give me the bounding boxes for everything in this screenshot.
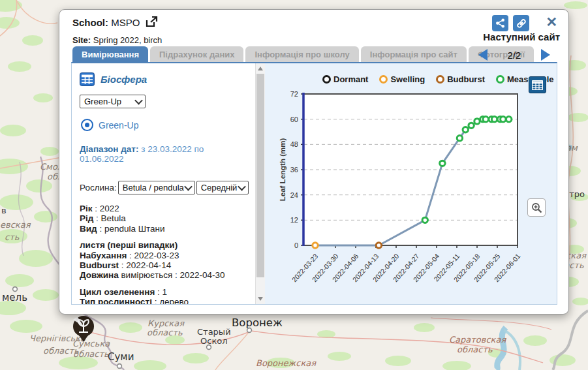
map-label: Сумська xyxy=(72,339,110,348)
map-label: область xyxy=(457,345,493,354)
data-point xyxy=(463,127,468,132)
data-point xyxy=(506,116,512,121)
next-site-link[interactable]: Наступний сайт xyxy=(483,31,560,42)
city-dot xyxy=(117,364,122,369)
open-school-icon[interactable] xyxy=(145,16,158,28)
chart-panel: DormantSwellingBudburstMeasurable 012243… xyxy=(266,63,557,304)
measurement-info: Рік : 2022Рід : BetulaВид : pendula Штан… xyxy=(80,204,249,304)
data-point xyxy=(483,116,488,121)
table-icon xyxy=(532,80,543,90)
chevron-down-icon xyxy=(134,97,143,105)
svg-text:0: 0 xyxy=(294,241,298,249)
info-line: Набухання : 2022-03-23 xyxy=(80,251,249,260)
svg-text:24: 24 xyxy=(290,191,298,199)
data-point xyxy=(313,243,318,248)
close-icon[interactable]: ✕ xyxy=(546,15,557,29)
prev-site-arrow-icon[interactable] xyxy=(478,49,487,61)
data-point xyxy=(474,119,480,124)
data-point xyxy=(376,243,381,248)
link-button[interactable] xyxy=(513,15,529,31)
tab-data-count[interactable]: Підрахунок даних xyxy=(150,46,243,62)
svg-text:Leaf Length (mm): Leaf Length (mm) xyxy=(279,138,286,202)
greenup-radio[interactable] xyxy=(81,119,93,131)
data-point xyxy=(469,123,474,128)
swelling-marker-icon xyxy=(379,75,388,84)
pager-count: 2/2 xyxy=(508,50,521,61)
school-name: MSPO xyxy=(111,17,140,28)
scroll-up-icon[interactable] xyxy=(256,63,265,74)
school-header: School: MSPO xyxy=(72,16,158,28)
site-header: Site: Spring 2022, birch xyxy=(72,35,162,45)
globe-map-app: СмолоблвевскаястьмельЧернігівськаобласть… xyxy=(0,0,588,370)
tab-content: Біосфера Green-Up Green-Up Діапазон дат:… xyxy=(71,62,557,305)
tab-school-info[interactable]: Інформація про школу xyxy=(245,46,358,62)
share-button[interactable] xyxy=(492,15,508,31)
budburst-marker-icon xyxy=(436,75,444,84)
data-table-button[interactable] xyxy=(529,76,546,93)
school-label: School: xyxy=(72,17,108,28)
measurement-panel: Біосфера Green-Up Green-Up Діапазон дат:… xyxy=(72,63,255,304)
map-label: сть xyxy=(5,232,20,242)
map-label: Старый xyxy=(197,327,231,337)
avg-select[interactable]: Середній xyxy=(196,181,249,194)
data-point xyxy=(501,116,506,121)
tab-site-info[interactable]: Інформація про сайт xyxy=(361,46,467,62)
measurable-marker-icon xyxy=(496,75,504,84)
scroll-down-icon[interactable] xyxy=(256,294,265,304)
info-line: Тип рослинності : дерево xyxy=(80,297,249,304)
dormant-marker-icon xyxy=(322,75,331,84)
data-point xyxy=(457,135,462,140)
svg-text:12: 12 xyxy=(290,216,298,224)
scrollbar-thumb[interactable] xyxy=(256,74,264,277)
data-point xyxy=(491,116,497,121)
data-point xyxy=(422,217,427,223)
map-label: Суми xyxy=(108,351,134,363)
info-line: Рід : Betula xyxy=(80,213,249,223)
site-label: Site: xyxy=(72,35,91,45)
svg-text:48: 48 xyxy=(290,140,298,148)
map-label: Курская xyxy=(147,318,185,328)
site-popup: School: MSPO Site: Spring 2022, birch xyxy=(59,9,569,315)
svg-text:36: 36 xyxy=(290,166,298,174)
chart-zoom-button[interactable] xyxy=(527,198,546,217)
magnifier-plus-icon xyxy=(531,202,542,213)
info-line: Рік : 2022 xyxy=(80,204,249,213)
city-dot xyxy=(13,287,18,292)
site-pager: 2/2 xyxy=(478,46,550,63)
date-range: Діапазон дат: з 23.03.2022 по 01.06.2022 xyxy=(80,144,249,164)
map-label: Саратовская xyxy=(449,335,506,345)
tab-strip: ВимірюванняПідрахунок данихІнформація пр… xyxy=(72,46,534,62)
map-label: Оскол xyxy=(200,336,228,346)
table-icon xyxy=(80,72,95,86)
leaf-length-chart: 01224364860722022-03-232022-03-302022-04… xyxy=(266,63,557,303)
map-label: евская xyxy=(0,220,31,230)
info-line: листя (перші випадки) xyxy=(80,240,249,250)
info-line: Вид : pendula Штани xyxy=(80,224,249,234)
panel-title: Біосфера xyxy=(101,74,147,85)
info-line: Budburst : 2022-04-14 xyxy=(80,260,249,270)
map-label: область xyxy=(147,328,183,337)
chart-legend: DormantSwellingBudburstMeasurable xyxy=(322,74,554,84)
map-label: мель xyxy=(2,292,27,303)
chevron-down-icon xyxy=(238,183,246,191)
info-line: Довжина вимірюється : 2022-04-30 xyxy=(80,270,249,280)
svg-text:60: 60 xyxy=(290,116,298,123)
map-label: область xyxy=(73,349,109,359)
greenup-radio-label: Green-Up xyxy=(99,120,138,131)
plant-select[interactable]: Betula / pendula xyxy=(118,181,195,194)
plant-label: Рослина: xyxy=(80,183,117,193)
legend-item-budburst: Budburst xyxy=(436,74,485,84)
info-line: Цикл озеленення : 1 xyxy=(80,287,249,297)
panel-scrollbar[interactable] xyxy=(255,63,265,304)
map-label: Воронежская xyxy=(256,358,317,368)
tab-measurements[interactable]: Вимірювання xyxy=(72,46,148,62)
site-value: Spring 2022, birch xyxy=(93,35,162,45)
legend-item-dormant: Dormant xyxy=(322,74,368,84)
map-label: Воронеж xyxy=(232,316,283,329)
legend-item-swelling: Swelling xyxy=(379,74,425,84)
svg-text:72: 72 xyxy=(290,90,298,98)
link-icon xyxy=(516,18,527,29)
next-site-arrow-icon[interactable] xyxy=(541,49,550,61)
chevron-down-icon xyxy=(184,183,193,191)
protocol-select[interactable]: Green-Up xyxy=(80,95,146,108)
